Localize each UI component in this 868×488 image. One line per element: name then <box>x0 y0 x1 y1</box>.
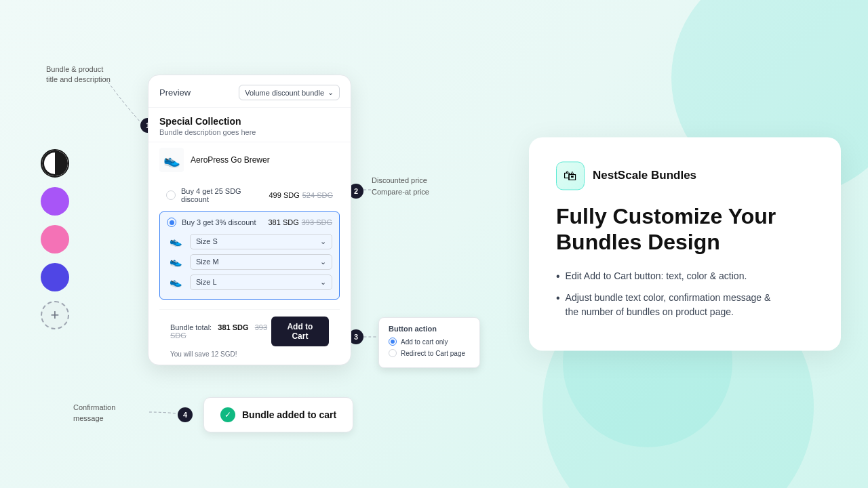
brand-row: 🛍 NestScale Bundles <box>556 161 814 190</box>
popup-option-1[interactable]: Add to cart only <box>389 338 470 346</box>
button-action-popup: Button action Add to cart only Redirect … <box>378 317 480 368</box>
swatch-indigo[interactable] <box>41 263 69 291</box>
popup-radio-dot-1 <box>391 340 395 344</box>
swatch-purple[interactable] <box>41 187 69 216</box>
chevron-size-2: ⌄ <box>320 258 326 266</box>
brand-icon: 🛍 <box>556 161 585 190</box>
swatch-pink[interactable] <box>41 225 69 253</box>
annotation-label-1: Bundle & product title and description <box>46 64 111 85</box>
swatch-add[interactable]: + <box>41 301 69 329</box>
preview-card: Preview Volume discount bundle ⌄ Special… <box>148 75 351 365</box>
bundle-title-section: Special Collection Bundle description go… <box>149 108 351 142</box>
radio-selected-dot <box>170 220 174 225</box>
popup-radio-1 <box>389 338 397 346</box>
size-row-1: 👟 Size S ⌄ <box>167 232 332 250</box>
option-2-prices: 381 SDG 393 SDG <box>269 218 333 226</box>
bullet-1: • <box>556 269 560 284</box>
size-product-img-2: 👟 <box>167 253 184 270</box>
popup-title: Button action <box>389 325 470 333</box>
total-label: Bundle total: 381 SDG 393 SDG <box>170 323 271 340</box>
panel-heading: Fully Customize Your Bundles Design <box>556 203 814 256</box>
size-row-3: 👟 Size L ⌄ <box>167 273 332 291</box>
chevron-size-3: ⌄ <box>320 278 326 287</box>
bundle-description: Bundle description goes here <box>159 128 340 136</box>
bundle-option-2[interactable]: Buy 3 get 3% discount 381 SDG 393 SDG 👟 … <box>159 211 340 300</box>
product-name: AeroPress Go Brewer <box>191 155 270 165</box>
option-1-prices: 499 SDG 524 SDG <box>269 191 334 199</box>
bundle-type-dropdown[interactable]: Volume discount bundle ⌄ <box>239 85 340 100</box>
bundle-total: Bundle total: 381 SDG 393 SDG Add to Car… <box>159 309 340 350</box>
bundle-option-1[interactable]: Buy 4 get 25 SDG discount 499 SDG 524 SD… <box>159 182 340 209</box>
brand-name: NestScale Bundles <box>593 169 696 182</box>
preview-header: Preview Volume discount bundle ⌄ <box>149 75 351 108</box>
product-image: 👟 <box>159 148 184 172</box>
step-badge-4: 4 <box>178 407 193 422</box>
preview-label: Preview <box>159 87 191 98</box>
feature-item-1: • Edit Add to Cart button: text, color &… <box>556 269 814 284</box>
annotation-label-4: Confirmation message <box>73 403 115 424</box>
save-text: You will save 12 SGD! <box>159 350 340 365</box>
check-icon: ✓ <box>220 407 235 422</box>
swatch-black[interactable] <box>41 149 69 178</box>
size-select-1[interactable]: Size S ⌄ <box>190 234 332 249</box>
popup-radio-2 <box>389 349 397 357</box>
add-to-cart-button[interactable]: Add to Cart <box>271 317 329 346</box>
chevron-size-1: ⌄ <box>320 237 326 246</box>
bundle-options: Buy 4 get 25 SDG discount 499 SDG 524 SD… <box>149 178 351 306</box>
radio-option-2 <box>167 218 176 227</box>
right-panel: 🛍 NestScale Bundles Fully Customize Your… <box>529 137 841 350</box>
callout-2: Discounted price Compare-at price <box>372 175 429 197</box>
size-select-3[interactable]: Size L ⌄ <box>190 274 332 290</box>
feature-item-2: • Adjust bundle text color, confirmation… <box>556 291 814 320</box>
bundle-name: Special Collection <box>159 116 340 127</box>
bundle-total-row: Bundle total: 381 SDG 393 SDG Add to Car… <box>149 309 351 365</box>
popup-option-2[interactable]: Redirect to Cart page <box>389 349 470 357</box>
feature-list: • Edit Add to Cart button: text, color &… <box>556 269 814 319</box>
size-row-2: 👟 Size M ⌄ <box>167 253 332 270</box>
radio-option-1 <box>166 190 176 200</box>
chevron-down-icon: ⌄ <box>328 88 334 97</box>
size-product-img-1: 👟 <box>167 232 184 250</box>
size-product-img-3: 👟 <box>167 273 184 291</box>
size-select-2[interactable]: Size M ⌄ <box>190 254 332 270</box>
product-row: 👟 AeroPress Go Brewer <box>149 142 351 178</box>
color-palette: + <box>41 149 69 329</box>
bullet-2: • <box>556 291 560 306</box>
confirmation-banner: ✓ Bundle added to cart <box>203 397 353 432</box>
confirmation-text: Bundle added to cart <box>242 409 336 420</box>
